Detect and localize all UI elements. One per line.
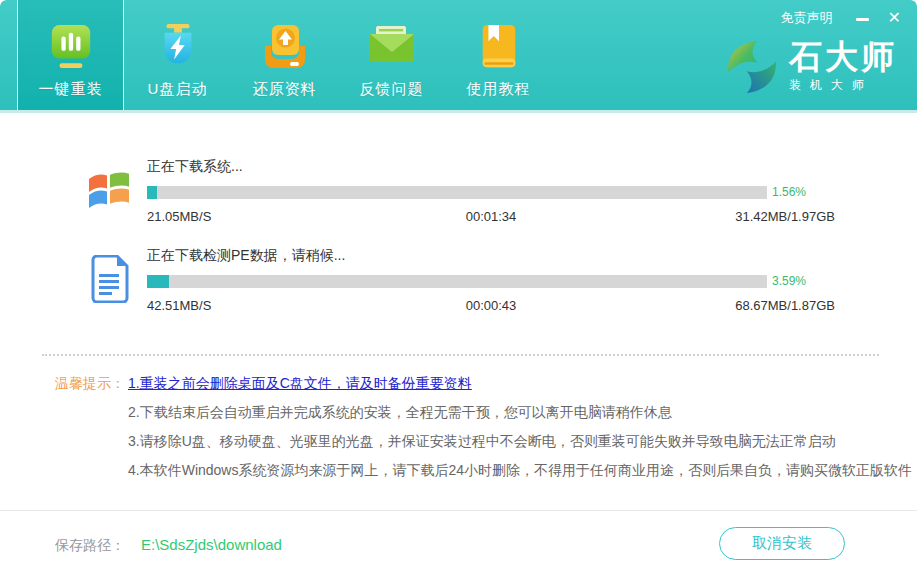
progress-bar: [147, 275, 767, 288]
tab-feedback[interactable]: 反馈问题: [338, 0, 445, 110]
tab-label: U盘启动: [148, 80, 208, 99]
close-icon[interactable]: ✕: [888, 9, 901, 27]
elapsed-time: 00:01:34: [376, 209, 605, 224]
download-row-system: 正在下载系统... 1.56% 21.05MB/S 00:01:34 31.42…: [85, 158, 835, 224]
tab-tutorial[interactable]: 使用教程: [445, 0, 552, 110]
dotted-divider: [42, 354, 879, 356]
save-path-label: 保存路径：: [55, 537, 125, 555]
download-speed: 42.51MB/S: [147, 298, 376, 313]
logo-title: 石大师: [789, 40, 897, 74]
sds-swirl-logo-icon: [725, 40, 779, 94]
elapsed-time: 00:00:43: [376, 298, 605, 313]
tab-restore-data[interactable]: 还原资料: [231, 0, 338, 110]
usb-shield-icon: [155, 21, 201, 73]
app-window: 一键重装 U盘启动: [0, 0, 917, 577]
tip-item-3: 3.请移除U盘、移动硬盘、光驱里的光盘，并保证安装过程中不会断电，否则重装可能失…: [128, 427, 912, 456]
save-path-value[interactable]: E:\SdsZjds\download: [141, 536, 282, 553]
tab-usb-boot[interactable]: U盘启动: [124, 0, 231, 110]
tip-item-2: 2.下载结束后会自动重启并完成系统的安装，全程无需干预，您可以离开电脑请稍作休息: [128, 398, 912, 427]
bar-chart-icon: [48, 21, 94, 73]
cancel-install-button[interactable]: 取消安装: [719, 527, 845, 560]
download-row-pe: 正在下载检测PE数据，请稍候... 3.59% 42.51MB/S 00:00:…: [85, 247, 835, 313]
tip-item-4: 4.本软件Windows系统资源均来源于网上，请下载后24小时删除，不得用于任何…: [128, 456, 912, 485]
tips-title: 温馨提示：: [55, 369, 128, 485]
tab-label: 使用教程: [467, 80, 531, 99]
progress-bar: [147, 186, 767, 199]
tips-list: 1.重装之前会删除桌面及C盘文件，请及时备份重要资料 2.下载结束后会自动重启并…: [128, 369, 912, 485]
progress-fill: [147, 186, 157, 199]
download-speed: 21.05MB/S: [147, 209, 376, 224]
tab-label: 一键重装: [39, 80, 103, 99]
tab-one-key-reinstall[interactable]: 一键重装: [17, 0, 124, 110]
footer-bar: 保存路径： E:\SdsZjds\download 取消安装: [0, 510, 917, 577]
document-icon: [85, 255, 133, 303]
logo-text: 石大师 装机大师: [789, 40, 897, 94]
feedback-envelope-icon: [368, 21, 416, 73]
tip-item-1: 1.重装之前会删除桌面及C盘文件，请及时备份重要资料: [128, 369, 912, 398]
disclaimer-link[interactable]: 免责声明: [781, 9, 833, 27]
tutorial-book-icon: [476, 21, 522, 73]
download-status-label: 正在下载系统...: [147, 158, 835, 176]
logo-subtitle: 装机大师: [789, 77, 897, 94]
download-size: 31.42MB/1.97GB: [606, 209, 835, 224]
tab-label: 反馈问题: [360, 80, 424, 99]
header-bar: 一键重装 U盘启动: [0, 0, 917, 113]
restore-box-icon: [261, 21, 309, 73]
progress-fill: [147, 275, 169, 288]
progress-percent: 1.56%: [767, 185, 835, 199]
tips-section: 温馨提示： 1.重装之前会删除桌面及C盘文件，请及时备份重要资料 2.下载结束后…: [55, 369, 912, 485]
download-size: 68.67MB/1.87GB: [606, 298, 835, 313]
window-controls: 免责声明 ✕: [781, 9, 901, 27]
download-status-label: 正在下载检测PE数据，请稍候...: [147, 247, 835, 265]
app-logo: 石大师 装机大师: [725, 40, 897, 94]
tab-label: 还原资料: [253, 80, 317, 99]
nav-tabs: 一键重装 U盘启动: [17, 0, 552, 110]
windows-logo-icon: [85, 166, 133, 214]
minimize-icon[interactable]: [855, 9, 870, 27]
progress-percent: 3.59%: [767, 274, 835, 288]
